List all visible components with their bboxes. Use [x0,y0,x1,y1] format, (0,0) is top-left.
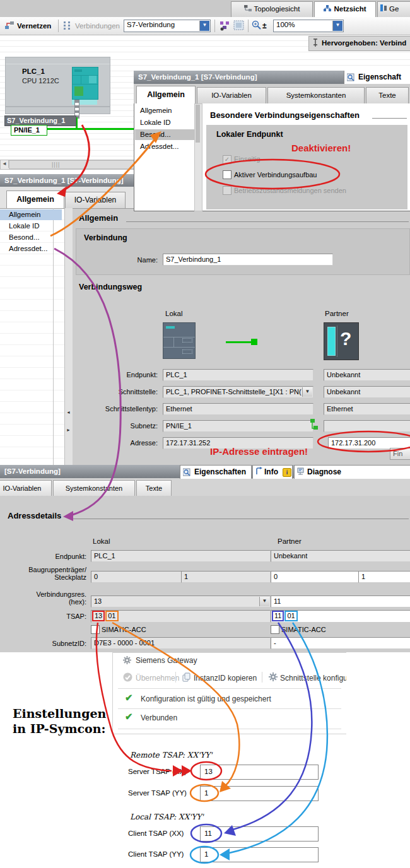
gear-icon [123,656,131,664]
subnet-label[interactable]: PN/IE_1 [11,125,47,136]
main-nav-scrollbar[interactable]: ◄ ► [64,208,73,465]
schnittstelle-partner-field[interactable]: Unbekannt [324,386,410,398]
name-input[interactable]: S7_Verbindung_1 [163,254,333,266]
overlay-nav-allgemein[interactable]: Allgemein [140,107,172,114]
tab-netzsicht[interactable]: Netzsicht [314,1,376,18]
det-tsap-partner[interactable]: 1101 [271,610,410,623]
overlay-nav-scrollbar[interactable] [194,103,202,211]
overlay-nav-besond[interactable]: Besond... [135,129,198,140]
partner-column-header: Partner [325,310,349,317]
endpunkt-partner-field[interactable]: Unbekannt [324,369,410,381]
apply-button[interactable]: Übernehmen [136,674,179,683]
details-section-heading: Adressdetails [8,511,61,520]
magnifier-icon [183,467,192,477]
tab-io-variablen-main[interactable]: IO-Variablen [65,192,126,208]
det-endpunkt-local[interactable]: PLC_1 [91,550,271,562]
vernetzen-button[interactable]: Vernetzen [17,22,51,30]
copy-instanceid-button[interactable]: InstanzID kopieren [194,674,257,683]
name-label: Name: [95,256,158,264]
det-res-local-dropdown[interactable]: 13 ▼ [91,595,271,607]
partner-unknown-icon: ? [324,322,359,360]
zoom-icon[interactable] [252,20,262,30]
subnetz-partner-field[interactable] [324,420,410,432]
det-endpunkt-partner[interactable]: Unbekannt [271,550,410,562]
overlay-nav-lokale-id[interactable]: Lokale ID [140,119,171,126]
tab-allgemein-main[interactable]: Allgemein [6,191,64,208]
chevron-down-icon[interactable]: ▼ [302,387,312,397]
cpu-icon[interactable] [72,67,98,100]
typ-local-field[interactable]: Ethernet [163,403,313,415]
main-section-heading: Allgemein [79,213,118,223]
grid-icon[interactable] [233,20,245,31]
sidebar-item-adressdet[interactable]: Adressdet... [0,243,62,254]
details-tab-io[interactable]: IO-Variablen [0,480,52,496]
copy-icon [182,672,191,682]
tab-topologiesicht[interactable]: Topologiesicht [231,1,313,17]
zoom-level-dropdown[interactable]: 100% ▼ [273,20,344,32]
client-tsap-xx-label: Client TSAP (XX) [128,830,184,837]
tia-portal-screenshot: Topologiesicht Netzsicht Ge Vernetzen Ve… [0,0,410,868]
server-tsap-yy-input[interactable]: 1 [200,786,319,801]
schnittstelle-local-dropdown[interactable]: PLC_1, PROFINET-Schnittstelle_1[X1 : PN(… [163,386,313,398]
sidebar-item-lokale-id[interactable]: Lokale ID [0,221,62,232]
tab-geraetesicht[interactable]: Ge [377,1,410,17]
scroll-left-arrow[interactable]: ◄ [1,160,9,168]
chevron-down-icon[interactable]: ▼ [259,597,269,606]
server-tsap-xx-input[interactable]: 13 [200,765,319,780]
gateway-status-2: Verbunden [141,713,177,722]
server-tsap-xx-label: Server TSAP (XX) [128,768,187,775]
details-tab-eigenschaften[interactable]: Eigenschaften [180,465,252,479]
chevron-down-icon[interactable]: ▼ [332,21,343,31]
overlay-tab-texte[interactable]: Texte [366,87,409,103]
checkbox-simatic-acc-local[interactable] [91,625,100,634]
subnetz-local-field[interactable]: PN/IE_1 [163,420,313,432]
details-tab-texte[interactable]: Texte [136,480,172,496]
diagnose-icon [297,467,305,476]
topology-icon [244,5,252,11]
client-tsap-xx-input[interactable]: 11 [200,826,319,842]
show-connections-icon[interactable] [219,20,230,31]
endpunkt-local-field[interactable]: PLC_1 [163,369,313,381]
verbindungen-icon[interactable] [62,21,71,30]
typ-partner-field[interactable]: Ethernet [324,403,410,415]
overlay-properties-tab[interactable]: Eigenschaft [344,71,410,84]
checkbox-simatic-acc-partner[interactable] [271,625,279,634]
tsap-partner-yy: 01 [284,611,297,621]
device-view-icon [380,4,387,11]
overlay-section-heading: Besondere Verbindungseigenschaften [210,110,360,120]
det-subnetzid-partner[interactable]: - [271,637,410,649]
details-tab-system[interactable]: Systemkonstanten [53,480,135,496]
overlay-tab-system[interactable]: Systemkonstanten [267,87,365,103]
checkbox-einseitig[interactable]: ✓ [223,155,231,164]
det-tsap-local[interactable]: 1301 [91,610,271,623]
vernetzen-icon[interactable] [4,21,15,30]
overlay-tab-allgemein[interactable]: Allgemein [136,86,196,103]
details-tab-diagnose[interactable]: Diagnose [294,465,410,479]
details-tab-info[interactable]: Info i [252,465,293,479]
symcon-caption-line2: in IP-Symcon: [13,722,106,736]
find-button[interactable]: Fin [390,448,410,460]
sidebar-item-besond[interactable]: Besond... [0,232,62,243]
h-scrollbar[interactable]: ◄ |||| [0,160,148,170]
info-icon [255,467,263,476]
connection-type-dropdown[interactable]: S7-Verbindung ▼ [124,20,211,32]
overlay-nav-adressdet[interactable]: Adressdet... [140,143,179,150]
scroll-thumb[interactable]: |||| [9,160,147,169]
det-slot-local[interactable]: 1 [181,571,271,583]
sidebar-item-allgemein[interactable]: Allgemein [0,209,62,220]
det-slot-partner[interactable]: 1 [358,571,410,583]
network-view-icon [324,5,331,11]
configure-interface-button[interactable]: Schnittstelle konfigu [280,674,346,683]
det-rack-local[interactable]: 0 [91,571,182,583]
checkbox-betriebszustandsmeldungen[interactable] [223,186,231,195]
checkbox-aktiver-verbindungsaufbau[interactable] [223,170,231,179]
zoom-fit-icon[interactable]: ± [262,21,267,30]
client-tsap-yy-input[interactable]: 1 [200,847,319,862]
overlay-tab-io[interactable]: IO-Variablen [197,87,266,103]
symcon-caption-line1: Einstellungen [13,707,106,720]
chevron-down-icon[interactable]: ▼ [199,21,209,31]
det-rack-partner[interactable]: 0 [271,571,360,583]
pin-icon[interactable] [312,38,319,47]
det-subnetzid-local[interactable]: D7E3 - 0000 - 0001 [91,637,271,649]
det-res-partner[interactable]: 11 [271,595,410,607]
